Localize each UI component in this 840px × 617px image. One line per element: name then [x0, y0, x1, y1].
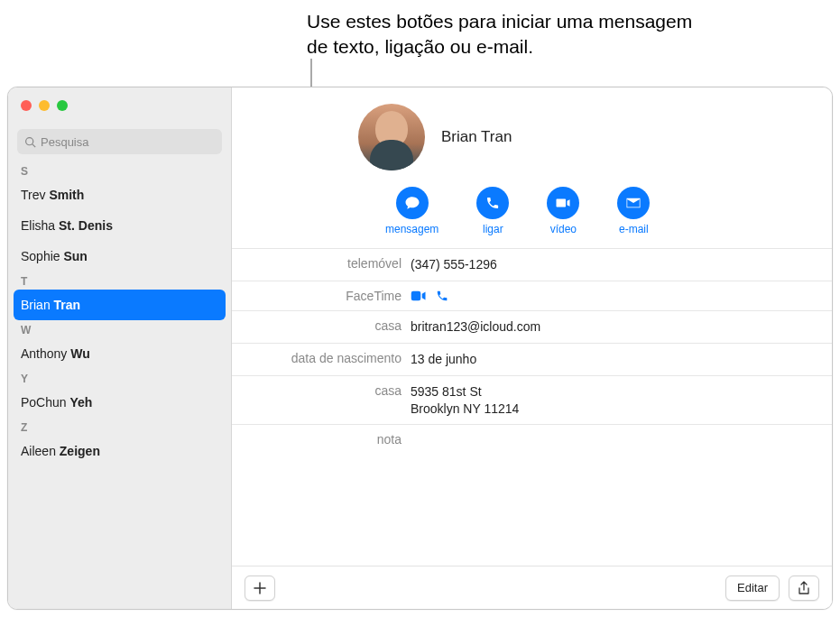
- contact-first: Elisha: [21, 218, 55, 233]
- contact-name: Brian Tran: [441, 128, 512, 146]
- section-header-y: Y: [8, 369, 231, 387]
- window-controls: [21, 100, 68, 111]
- field-birthday: data de nascimento 13 de junho: [232, 344, 832, 376]
- contact-item[interactable]: Anthony Wu: [8, 338, 231, 369]
- share-button[interactable]: [789, 576, 819, 601]
- field-facetime: FaceTime: [232, 281, 832, 311]
- contacts-window: Pesquisa S Trev Smith Elisha St. Denis S…: [7, 87, 833, 610]
- field-label: telemóvel: [232, 256, 411, 273]
- field-label: casa: [232, 383, 411, 418]
- contact-last: Smith: [49, 188, 84, 202]
- field-home-email: casa britran123@icloud.com: [232, 311, 832, 344]
- contact-item[interactable]: Elisha St. Denis: [8, 210, 231, 241]
- video-button[interactable]: vídeo: [547, 187, 579, 235]
- contact-item-selected[interactable]: Brian Tran: [14, 290, 226, 320]
- edit-button[interactable]: Editar: [725, 576, 780, 601]
- contact-first: Sophie: [21, 249, 60, 263]
- contact-last: Tran: [54, 298, 81, 312]
- facetime-video-icon[interactable]: [411, 290, 427, 302]
- email-label: e-mail: [619, 223, 649, 235]
- video-icon: [555, 195, 571, 211]
- contact-header: Brian Tran: [232, 87, 832, 170]
- note-value[interactable]: [411, 432, 832, 447]
- contact-first: PoChun: [21, 395, 67, 410]
- search-icon: [24, 136, 36, 148]
- search-placeholder: Pesquisa: [41, 135, 88, 149]
- video-label: vídeo: [550, 223, 577, 235]
- mail-icon: [625, 195, 642, 211]
- facetime-actions: [411, 289, 832, 303]
- close-button[interactable]: [21, 100, 32, 111]
- field-note: nota: [232, 425, 832, 454]
- contact-last: St. Denis: [59, 218, 113, 233]
- bottom-toolbar: Editar: [232, 566, 832, 609]
- field-label: nota: [232, 432, 411, 447]
- add-button[interactable]: [245, 576, 275, 601]
- field-label: FaceTime: [232, 289, 411, 303]
- contact-item[interactable]: Sophie Sun: [8, 241, 231, 272]
- callout-text: Use estes botões para iniciar uma mensag…: [307, 9, 704, 60]
- share-icon: [798, 581, 810, 595]
- maximize-button[interactable]: [57, 100, 68, 111]
- contact-first: Brian: [21, 298, 51, 312]
- message-label: mensagem: [385, 223, 438, 235]
- svg-point-0: [26, 137, 33, 144]
- phone-icon: [485, 196, 500, 210]
- email-button[interactable]: e-mail: [617, 187, 650, 235]
- contact-last: Zeigen: [60, 444, 100, 458]
- field-value[interactable]: 5935 81st St Brooklyn NY 11214: [411, 383, 832, 418]
- field-home-address: casa 5935 81st St Brooklyn NY 11214: [232, 376, 832, 426]
- address-line2: Brooklyn NY 11214: [411, 401, 832, 418]
- contact-last: Yeh: [69, 395, 92, 410]
- call-label: ligar: [483, 223, 503, 235]
- contact-item[interactable]: PoChun Yeh: [8, 387, 231, 418]
- plus-icon: [254, 582, 266, 594]
- contact-last: Sun: [63, 249, 87, 263]
- contact-first: Aileen: [21, 444, 56, 458]
- contact-last: Wu: [70, 346, 90, 361]
- address-line1: 5935 81st St: [411, 383, 832, 401]
- contact-first: Anthony: [21, 346, 67, 361]
- avatar[interactable]: [358, 104, 425, 170]
- field-value: 13 de junho: [411, 351, 832, 368]
- contact-first: Trev: [21, 188, 45, 202]
- sidebar: Pesquisa S Trev Smith Elisha St. Denis S…: [8, 87, 232, 609]
- facetime-audio-icon[interactable]: [436, 290, 448, 302]
- svg-line-1: [32, 143, 35, 146]
- field-label: casa: [232, 318, 411, 336]
- section-header-t: T: [8, 272, 231, 290]
- contact-item[interactable]: Aileen Zeigen: [8, 436, 231, 466]
- field-value[interactable]: britran123@icloud.com: [411, 318, 832, 336]
- message-icon: [404, 195, 420, 211]
- svg-rect-2: [411, 291, 421, 301]
- section-header-w: W: [8, 320, 231, 338]
- fields-list: telemóvel (347) 555-1296 FaceTime casa b…: [232, 248, 832, 454]
- field-mobile: telemóvel (347) 555-1296: [232, 249, 832, 281]
- field-value[interactable]: (347) 555-1296: [411, 256, 832, 273]
- search-input[interactable]: Pesquisa: [17, 129, 222, 154]
- section-header-s: S: [8, 161, 231, 180]
- message-button[interactable]: mensagem: [385, 187, 438, 235]
- action-row: mensagem ligar vídeo e-mail: [385, 187, 832, 235]
- minimize-button[interactable]: [39, 100, 50, 111]
- call-button[interactable]: ligar: [476, 187, 509, 235]
- field-label: data de nascimento: [232, 351, 411, 368]
- contact-detail-panel: Brian Tran mensagem ligar vídeo: [232, 87, 832, 609]
- contact-item[interactable]: Trev Smith: [8, 180, 231, 210]
- section-header-z: Z: [8, 418, 231, 436]
